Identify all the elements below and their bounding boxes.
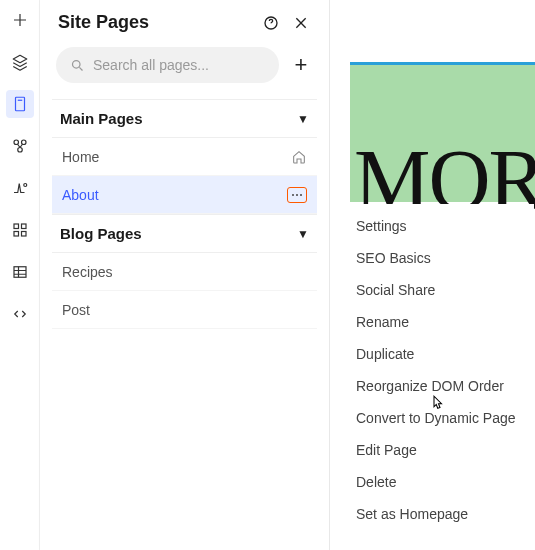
section-main-pages[interactable]: Main Pages ▼ [52,99,317,138]
chevron-down-icon: ▼ [297,227,309,241]
tool-data[interactable] [6,258,34,286]
page-context-menu: Settings SEO Basics Social Share Rename … [342,204,534,536]
close-icon[interactable] [291,13,311,33]
add-page-button[interactable]: + [289,52,313,78]
ctx-rename[interactable]: Rename [342,306,534,338]
svg-point-3 [17,148,22,153]
svg-rect-7 [14,232,19,237]
ctx-settings[interactable]: Settings [342,210,534,242]
tool-theme[interactable] [6,174,34,202]
tool-layers[interactable] [6,48,34,76]
page-label: Home [62,149,99,165]
search-placeholder: Search all pages... [93,57,209,73]
home-icon [291,149,307,165]
help-icon[interactable] [261,13,281,33]
ctx-convert-dynamic[interactable]: Convert to Dynamic Page [342,402,534,434]
svg-rect-6 [21,224,26,229]
page-item-about[interactable]: About [52,176,317,214]
page-label: Recipes [62,264,113,280]
svg-rect-8 [21,232,26,237]
section-blog-pages[interactable]: Blog Pages ▼ [52,214,317,253]
svg-rect-0 [15,97,24,111]
svg-point-11 [73,60,81,68]
ctx-social-share[interactable]: Social Share [342,274,534,306]
left-toolstrip [0,0,40,550]
ctx-set-homepage[interactable]: Set as Homepage [342,498,534,530]
svg-point-2 [21,140,26,145]
search-input[interactable]: Search all pages... [56,47,279,83]
svg-rect-5 [14,224,19,229]
tool-pages[interactable] [6,90,34,118]
svg-rect-9 [14,267,26,278]
site-pages-panel: Site Pages Search all pages... + Main Pa… [40,0,330,550]
ctx-delete[interactable]: Delete [342,466,534,498]
search-icon [70,58,85,73]
page-item-post[interactable]: Post [52,291,317,329]
section-label: Blog Pages [60,225,142,242]
page-item-home[interactable]: Home [52,138,317,176]
ctx-edit-page[interactable]: Edit Page [342,434,534,466]
page-more-button[interactable] [287,187,307,203]
svg-point-4 [23,184,26,187]
tool-grid[interactable] [6,216,34,244]
ctx-seo-basics[interactable]: SEO Basics [342,242,534,274]
tool-apps[interactable] [6,132,34,160]
page-label: Post [62,302,90,318]
svg-point-1 [14,140,19,145]
section-label: Main Pages [60,110,143,127]
app-root: Site Pages Search all pages... + Main Pa… [0,0,535,550]
panel-header: Site Pages [52,8,317,43]
tool-add[interactable] [6,6,34,34]
ctx-duplicate[interactable]: Duplicate [342,338,534,370]
chevron-down-icon: ▼ [297,112,309,126]
page-label: About [62,187,99,203]
ctx-reorganize-dom[interactable]: Reorganize DOM Order [342,370,534,402]
tool-code[interactable] [6,300,34,328]
page-item-recipes[interactable]: Recipes [52,253,317,291]
panel-title: Site Pages [58,12,149,33]
